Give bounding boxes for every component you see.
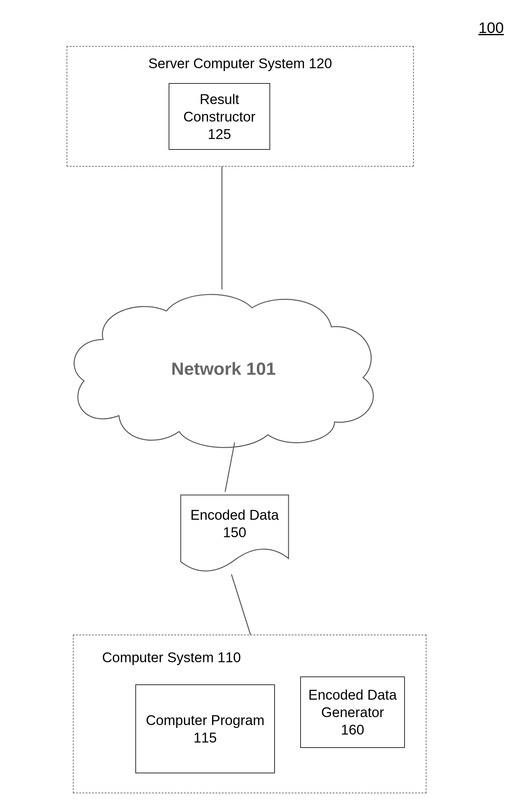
server-system-title: Server Computer System 120 bbox=[148, 56, 332, 71]
encoded-data-generator-line1: Encoded Data bbox=[309, 686, 397, 704]
encoded-data-doc: Encoded Data 150 bbox=[178, 492, 292, 574]
result-constructor-line2: Constructor bbox=[183, 108, 255, 125]
computer-program-box: Computer Program 115 bbox=[135, 684, 275, 773]
svg-line-2 bbox=[231, 574, 251, 635]
figure-number: 100 bbox=[478, 19, 504, 37]
client-system-title: Computer System 110 bbox=[102, 650, 241, 665]
computer-program-line2: 115 bbox=[146, 729, 265, 746]
encoded-data-line2: 150 bbox=[178, 524, 292, 541]
encoded-data-generator-label: Encoded Data Generator 160 bbox=[309, 686, 397, 738]
network-label: Network 101 bbox=[171, 358, 276, 379]
client-system-box: Computer System 110 Computer Program 115… bbox=[73, 635, 426, 793]
result-constructor-line3: 125 bbox=[183, 125, 255, 143]
server-system-box: Server Computer System 120 Result Constr… bbox=[66, 46, 414, 166]
result-constructor-line1: Result bbox=[183, 90, 255, 108]
network-cloud: Network 101 bbox=[56, 279, 392, 451]
encoded-data-line1: Encoded Data bbox=[178, 506, 292, 524]
encoded-data-generator-line2: Generator bbox=[309, 704, 397, 721]
result-constructor-label: Result Constructor 125 bbox=[183, 90, 255, 143]
encoded-data-generator-line3: 160 bbox=[309, 721, 397, 738]
computer-program-line1: Computer Program bbox=[146, 711, 265, 729]
computer-program-label: Computer Program 115 bbox=[146, 711, 265, 746]
encoded-data-label: Encoded Data 150 bbox=[178, 506, 292, 541]
encoded-data-generator-box: Encoded Data Generator 160 bbox=[300, 677, 405, 748]
result-constructor-box: Result Constructor 125 bbox=[169, 83, 270, 150]
